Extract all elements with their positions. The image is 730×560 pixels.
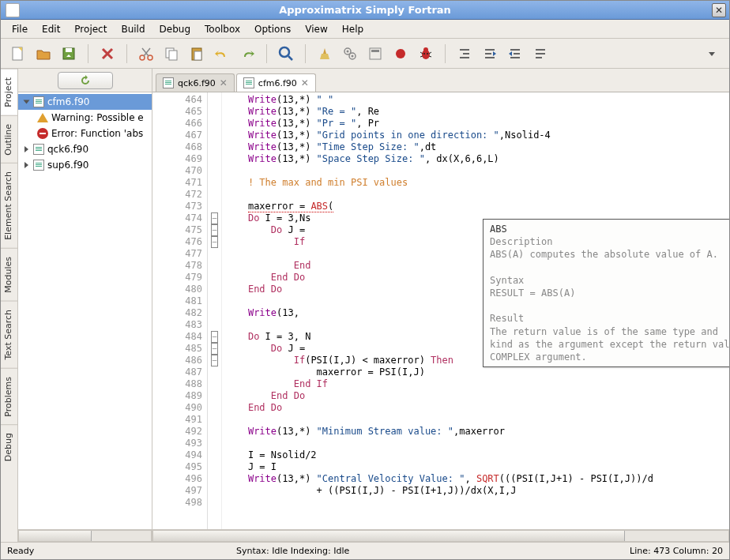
status-left: Ready xyxy=(7,546,236,556)
project-tree: cfm6.f90 Warning: Possible e Error: Func… xyxy=(18,92,152,529)
svg-rect-17 xyxy=(371,50,379,52)
close-tab-icon[interactable]: ✕ xyxy=(220,77,228,88)
file-icon xyxy=(33,96,44,107)
tree-label: cfm6.f90 xyxy=(47,96,89,107)
expand-icon[interactable] xyxy=(24,146,28,152)
side-tab-element-search[interactable]: Element Search xyxy=(1,163,17,248)
record-icon[interactable] xyxy=(389,43,412,65)
svg-line-25 xyxy=(420,56,423,57)
titlebar[interactable]: Approximatrix Simply Fortran ✕ xyxy=(1,1,729,20)
svg-point-10 xyxy=(280,47,289,57)
tab-cfm6[interactable]: cfm6.f90 ✕ xyxy=(236,73,316,92)
panel-toolbar xyxy=(18,69,152,92)
window-title: Approximatrix Simply Fortran xyxy=(279,4,451,16)
menu-options[interactable]: Options xyxy=(248,22,297,36)
side-tab-modules[interactable]: Modules xyxy=(1,248,17,301)
fold-gutter: −−−−−− xyxy=(208,92,222,529)
tree-item-error[interactable]: Error: Function 'abs xyxy=(18,126,152,141)
menu-view[interactable]: View xyxy=(299,22,333,36)
svg-point-18 xyxy=(396,49,405,58)
close-button[interactable]: ✕ xyxy=(712,3,726,17)
undo-icon[interactable] xyxy=(211,43,233,65)
paste-icon[interactable] xyxy=(186,43,208,65)
tab-label: qck6.f90 xyxy=(178,78,216,88)
menu-debug[interactable]: Debug xyxy=(153,22,197,36)
side-tab-outline[interactable]: Outline xyxy=(1,115,17,163)
expand-icon[interactable] xyxy=(24,100,30,104)
editor[interactable]: 4644654664674684694704714724734744754764… xyxy=(152,92,729,529)
tooltip-result-1: The return value is of the same type and xyxy=(490,325,729,338)
open-icon[interactable] xyxy=(32,43,55,65)
file-icon xyxy=(243,77,254,88)
menu-edit[interactable]: Edit xyxy=(36,22,66,36)
build-icon[interactable] xyxy=(339,43,361,65)
svg-marker-35 xyxy=(509,51,512,56)
editor-hscroll[interactable] xyxy=(152,529,729,542)
side-tab-problems[interactable]: Problems xyxy=(1,368,17,425)
bug-icon[interactable] xyxy=(415,43,437,65)
svg-marker-41 xyxy=(709,52,715,56)
menu-build[interactable]: Build xyxy=(115,22,151,36)
svg-marker-32 xyxy=(493,51,496,56)
menubar: File Edit Project Build Debug Toolbox Op… xyxy=(1,20,729,39)
format-icon[interactable] xyxy=(529,43,551,65)
tooltip-desc-heading: Description xyxy=(490,235,729,248)
indent-left-icon[interactable] xyxy=(453,43,476,65)
new-file-icon[interactable] xyxy=(7,43,29,65)
svg-rect-7 xyxy=(169,51,177,60)
tree-label: Warning: Possible e xyxy=(51,112,144,123)
panel-hscroll[interactable] xyxy=(18,529,152,542)
side-tab-project[interactable]: Project xyxy=(1,69,17,115)
project-panel: cfm6.f90 Warning: Possible e Error: Func… xyxy=(18,69,152,542)
outdent-icon[interactable] xyxy=(504,43,526,65)
dropdown-icon[interactable] xyxy=(701,43,723,65)
svg-rect-9 xyxy=(194,51,201,60)
tooltip-title: ABS xyxy=(490,223,729,235)
editor-area: qck6.f90 ✕ cfm6.f90 ✕ 464465466467468469… xyxy=(152,69,729,542)
body-area: Project Outline Element Search Modules T… xyxy=(1,69,729,542)
svg-rect-3 xyxy=(66,48,72,52)
file-icon xyxy=(33,144,44,155)
warning-icon xyxy=(37,113,48,122)
tree-item-qck6[interactable]: qck6.f90 xyxy=(18,141,152,157)
svg-line-11 xyxy=(288,56,292,60)
tree-item-sup6[interactable]: sup6.f90 xyxy=(18,157,152,173)
side-tab-text-search[interactable]: Text Search xyxy=(1,301,17,368)
file-icon xyxy=(33,160,44,171)
svg-point-22 xyxy=(427,53,428,54)
menu-help[interactable]: Help xyxy=(336,22,370,36)
delete-icon[interactable] xyxy=(96,43,119,65)
menu-toolbox[interactable]: Toolbox xyxy=(198,22,246,36)
cut-icon[interactable] xyxy=(135,43,157,65)
tree-item-warning[interactable]: Warning: Possible e xyxy=(18,110,152,126)
search-icon[interactable] xyxy=(275,43,297,65)
tooltip-result-heading: Result xyxy=(490,312,729,325)
menu-file[interactable]: File xyxy=(6,22,34,36)
side-tab-debug[interactable]: Debug xyxy=(1,424,17,469)
clean-icon[interactable] xyxy=(314,43,336,65)
redo-icon[interactable] xyxy=(236,43,258,65)
close-tab-icon[interactable]: ✕ xyxy=(301,77,309,88)
run-icon[interactable] xyxy=(364,43,386,65)
tab-label: cfm6.f90 xyxy=(258,78,297,88)
tab-qck6[interactable]: qck6.f90 ✕ xyxy=(156,73,235,92)
side-tabs: Project Outline Element Search Modules T… xyxy=(1,69,18,542)
save-icon[interactable] xyxy=(58,43,80,65)
refresh-button[interactable] xyxy=(58,72,113,89)
tree-item-cfm6[interactable]: cfm6.f90 xyxy=(18,94,152,110)
app-icon xyxy=(6,3,20,17)
expand-icon[interactable] xyxy=(24,162,28,168)
menu-project[interactable]: Project xyxy=(68,22,113,36)
svg-point-15 xyxy=(352,54,354,57)
svg-line-26 xyxy=(429,56,431,57)
indent-right-icon[interactable] xyxy=(479,43,501,65)
copy-icon[interactable] xyxy=(160,43,182,65)
tree-label: Error: Function 'abs xyxy=(51,128,143,139)
main-window: Approximatrix Simply Fortran ✕ File Edit… xyxy=(0,0,730,560)
tree-label: sup6.f90 xyxy=(47,160,88,171)
tree-label: qck6.f90 xyxy=(47,144,88,155)
statusbar: Ready Syntax: Idle Indexing: Idle Line: … xyxy=(1,542,729,559)
tooltip-result-3: COMPLEX argument. xyxy=(490,351,729,363)
file-icon xyxy=(163,77,174,88)
svg-point-21 xyxy=(423,53,425,54)
